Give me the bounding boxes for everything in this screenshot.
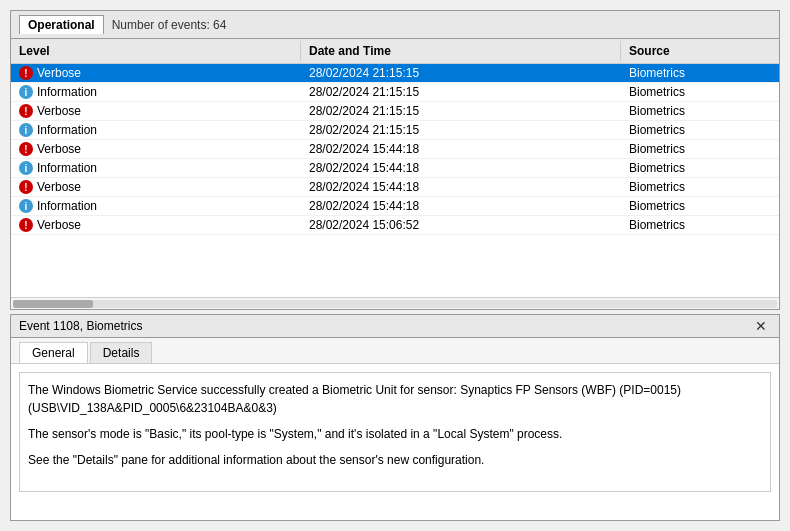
table-row[interactable]: i Information 28/02/2024 15:44:18 Biomet… <box>11 159 779 178</box>
cell-level: ! Verbose <box>11 102 301 120</box>
level-label: Information <box>37 85 97 99</box>
table-row[interactable]: ! Verbose 28/02/2024 15:44:18 Biometrics <box>11 178 779 197</box>
cell-level: i Information <box>11 197 301 215</box>
horizontal-scrollbar[interactable] <box>11 297 779 309</box>
level-label: Verbose <box>37 180 81 194</box>
level-label: Information <box>37 123 97 137</box>
event-paragraph-2: See the "Details" pane for additional in… <box>28 451 762 469</box>
col-header-source: Source <box>621 41 779 61</box>
scrollbar-track <box>13 300 777 308</box>
cell-datetime: 28/02/2024 15:44:18 <box>301 178 621 196</box>
verbose-icon: ! <box>19 218 33 232</box>
scrollbar-thumb[interactable] <box>13 300 93 308</box>
tab-details[interactable]: Details <box>90 342 153 363</box>
cell-level: i Information <box>11 159 301 177</box>
table-row[interactable]: ! Verbose 28/02/2024 15:44:18 Biometrics <box>11 140 779 159</box>
cell-source: Biometrics <box>621 121 779 139</box>
cell-level: i Information <box>11 121 301 139</box>
cell-level: ! Verbose <box>11 216 301 234</box>
verbose-icon: ! <box>19 66 33 80</box>
col-header-level: Level <box>11 41 301 61</box>
bottom-panel-title: Event 1108, Biometrics <box>19 319 142 333</box>
cell-source: Biometrics <box>621 140 779 158</box>
cell-datetime: 28/02/2024 15:06:52 <box>301 216 621 234</box>
table-row[interactable]: ! Verbose 28/02/2024 21:15:15 Biometrics <box>11 102 779 121</box>
event-paragraph-1: The sensor's mode is "Basic," its pool-t… <box>28 425 762 443</box>
event-paragraph-0: The Windows Biometric Service successful… <box>28 381 762 417</box>
col-header-datetime: Date and Time <box>301 41 621 61</box>
top-panel-header: Operational Number of events: 64 <box>11 11 779 39</box>
table-header: Level Date and Time Source <box>11 39 779 64</box>
cell-datetime: 28/02/2024 21:15:15 <box>301 121 621 139</box>
event-count: Number of events: 64 <box>112 18 227 32</box>
cell-source: Biometrics <box>621 216 779 234</box>
cell-datetime: 28/02/2024 15:44:18 <box>301 140 621 158</box>
cell-datetime: 28/02/2024 21:15:15 <box>301 64 621 82</box>
bottom-tabs: GeneralDetails <box>11 338 779 364</box>
verbose-icon: ! <box>19 104 33 118</box>
cell-datetime: 28/02/2024 21:15:15 <box>301 83 621 101</box>
table-body: ! Verbose 28/02/2024 21:15:15 Biometrics… <box>11 64 779 297</box>
level-label: Verbose <box>37 142 81 156</box>
cell-source: Biometrics <box>621 197 779 215</box>
table-row[interactable]: ! Verbose 28/02/2024 15:06:52 Biometrics <box>11 216 779 235</box>
table-row[interactable]: i Information 28/02/2024 21:15:15 Biomet… <box>11 83 779 102</box>
info-icon: i <box>19 199 33 213</box>
cell-datetime: 28/02/2024 15:44:18 <box>301 159 621 177</box>
cell-source: Biometrics <box>621 159 779 177</box>
level-label: Verbose <box>37 218 81 232</box>
bottom-content: The Windows Biometric Service successful… <box>11 364 779 520</box>
cell-source: Biometrics <box>621 83 779 101</box>
table-row[interactable]: ! Verbose 28/02/2024 21:15:15 Biometrics <box>11 64 779 83</box>
cell-source: Biometrics <box>621 178 779 196</box>
bottom-panel: Event 1108, Biometrics ✕ GeneralDetails … <box>10 314 780 521</box>
verbose-icon: ! <box>19 180 33 194</box>
table-row[interactable]: i Information 28/02/2024 21:15:15 Biomet… <box>11 121 779 140</box>
bottom-panel-header: Event 1108, Biometrics ✕ <box>11 315 779 338</box>
cell-source: Biometrics <box>621 102 779 120</box>
close-button[interactable]: ✕ <box>751 319 771 333</box>
level-label: Information <box>37 161 97 175</box>
level-label: Verbose <box>37 66 81 80</box>
verbose-icon: ! <box>19 142 33 156</box>
cell-level: ! Verbose <box>11 140 301 158</box>
cell-level: ! Verbose <box>11 64 301 82</box>
event-text-box: The Windows Biometric Service successful… <box>19 372 771 492</box>
level-label: Information <box>37 199 97 213</box>
info-icon: i <box>19 161 33 175</box>
cell-source: Biometrics <box>621 64 779 82</box>
main-container: Operational Number of events: 64 Level D… <box>0 0 790 531</box>
table-row[interactable]: i Information 28/02/2024 15:44:18 Biomet… <box>11 197 779 216</box>
top-panel: Operational Number of events: 64 Level D… <box>10 10 780 310</box>
cell-level: ! Verbose <box>11 178 301 196</box>
tab-general[interactable]: General <box>19 342 88 363</box>
cell-datetime: 28/02/2024 21:15:15 <box>301 102 621 120</box>
level-label: Verbose <box>37 104 81 118</box>
info-icon: i <box>19 123 33 137</box>
cell-level: i Information <box>11 83 301 101</box>
info-icon: i <box>19 85 33 99</box>
tab-operational[interactable]: Operational <box>19 15 104 34</box>
cell-datetime: 28/02/2024 15:44:18 <box>301 197 621 215</box>
